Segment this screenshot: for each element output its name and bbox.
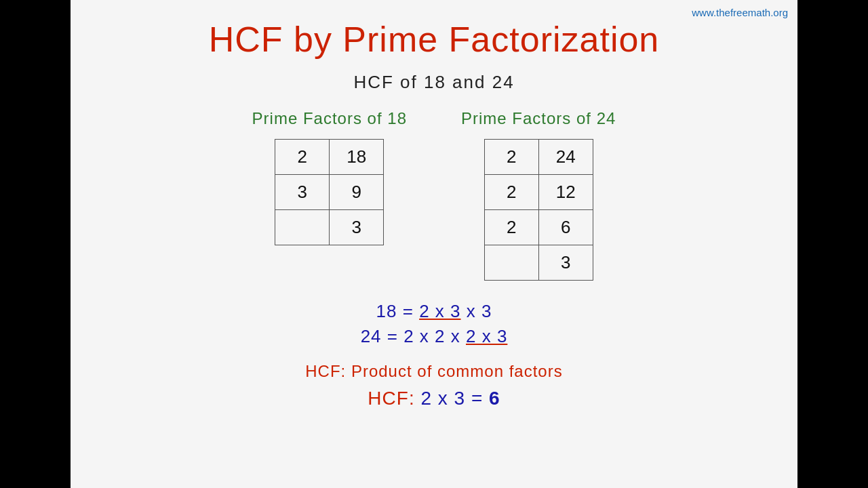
left-value-1: 18 xyxy=(330,140,384,175)
website-link: www.thefreemath.org xyxy=(692,7,788,18)
table-row: 2 18 xyxy=(275,140,384,175)
hcf-value: 6 xyxy=(489,388,500,409)
right-value-4: 3 xyxy=(538,245,593,281)
right-table: 2 24 2 12 2 6 3 xyxy=(484,139,593,281)
right-divisor-2: 2 xyxy=(484,175,538,210)
left-col-title: Prime Factors of 18 xyxy=(252,109,407,128)
left-divisor-2: 3 xyxy=(275,175,330,210)
right-value-1: 24 xyxy=(538,140,593,175)
left-value-3: 3 xyxy=(330,210,384,245)
table-row: 2 6 xyxy=(484,210,593,245)
slide: www.thefreemath.org HCF by Prime Factori… xyxy=(71,0,797,488)
subtitle: HCF of 18 and 24 xyxy=(353,72,514,93)
equations-section: 18 = 2 x 3 x 3 24 = 2 x 2 x 2 x 3 xyxy=(361,301,508,347)
eq18-underlined: 2 x 3 xyxy=(419,301,460,321)
right-divisor-1: 2 xyxy=(484,140,538,175)
left-table: 2 18 3 9 3 xyxy=(275,139,384,245)
eq18-suffix: x 3 xyxy=(461,301,492,321)
right-column: Prime Factors of 24 2 24 2 12 2 6 3 xyxy=(461,109,616,281)
left-value-2: 9 xyxy=(330,175,384,210)
eq24-prefix: 24 = 2 x 2 x xyxy=(361,326,466,346)
eq18-prefix: 18 = xyxy=(376,301,420,321)
hcf-result-prefix: HCF: 2 x 3 = 6 xyxy=(368,388,500,409)
columns: Prime Factors of 18 2 18 3 9 3 Prime Fac… xyxy=(71,109,797,281)
right-col-title: Prime Factors of 24 xyxy=(461,109,616,128)
main-title: HCF by Prime Factorization xyxy=(209,19,660,60)
table-row: 2 24 xyxy=(484,140,593,175)
hcf-formula: 2 x 3 = 6 xyxy=(420,388,500,409)
table-row: 2 12 xyxy=(484,175,593,210)
hcf-result: HCF: 2 x 3 = 6 xyxy=(368,388,500,409)
table-row: 3 xyxy=(275,210,384,245)
right-divisor-4 xyxy=(484,245,538,281)
table-row: 3 9 xyxy=(275,175,384,210)
equation-18: 18 = 2 x 3 x 3 xyxy=(376,301,492,322)
right-value-2: 12 xyxy=(538,175,593,210)
right-value-3: 6 xyxy=(538,210,593,245)
left-column: Prime Factors of 18 2 18 3 9 3 xyxy=(252,109,407,281)
hcf-product-label: HCF: Product of common factors xyxy=(305,362,562,381)
table-row: 3 xyxy=(484,245,593,281)
eq24-underlined: 2 x 3 xyxy=(466,326,507,346)
right-divisor-3: 2 xyxy=(484,210,538,245)
left-divisor-3 xyxy=(275,210,330,245)
equation-24: 24 = 2 x 2 x 2 x 3 xyxy=(361,326,508,347)
left-divisor-1: 2 xyxy=(275,140,330,175)
